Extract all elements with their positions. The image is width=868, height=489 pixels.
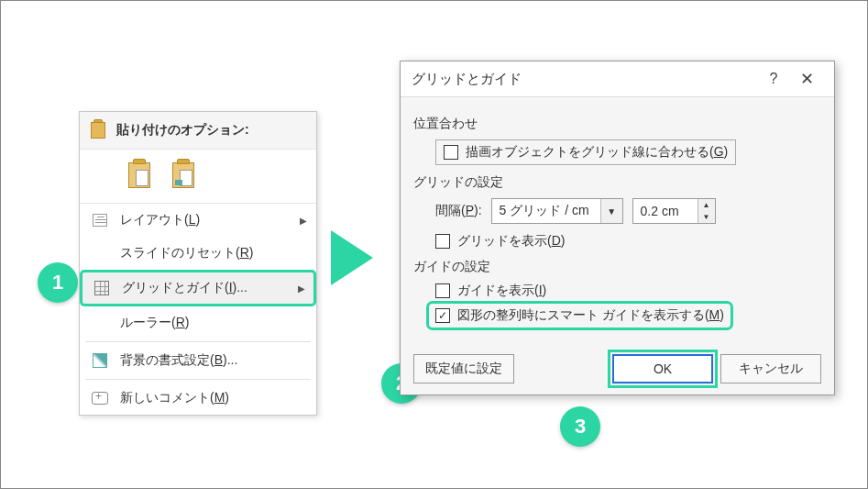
spin-down-icon[interactable]: ▼ bbox=[698, 211, 715, 223]
comment-icon bbox=[92, 392, 108, 405]
grid-spacing-row: 間隔(P): 5 グリッド / cm ▼ 0.2 cm ▲▼ bbox=[435, 198, 821, 224]
context-menu: 貼り付けのオプション: レイアウト(L) ▶ スライドのリセット(R) グリッド… bbox=[79, 111, 317, 416]
menu-item-new-comment[interactable]: 新しいコメント(M) bbox=[80, 382, 316, 415]
paste-options-row bbox=[80, 150, 316, 204]
callout-badge-1: 1 bbox=[38, 262, 78, 303]
grid-spacing-spin[interactable]: 0.2 cm ▲▼ bbox=[632, 198, 716, 224]
paste-keep-source-icon[interactable] bbox=[126, 159, 153, 192]
pointer-arrow-icon bbox=[331, 230, 373, 285]
section-guide-label: ガイドの設定 bbox=[413, 259, 821, 275]
menu-label: ルーラー(R) bbox=[120, 315, 307, 331]
checkbox-icon bbox=[444, 145, 458, 160]
section-grid-label: グリッドの設定 bbox=[413, 174, 821, 191]
grid-spacing-combo[interactable]: 5 グリッド / cm ▼ bbox=[491, 198, 623, 224]
menu-item-grid-and-guides[interactable]: グリッドとガイド(I)... ▶ bbox=[82, 272, 314, 305]
button-label: キャンセル bbox=[739, 361, 803, 377]
cancel-button[interactable]: キャンセル bbox=[720, 354, 821, 383]
checkbox-icon: ✓ bbox=[435, 308, 450, 323]
ok-button[interactable]: OK bbox=[612, 354, 713, 383]
menu-item-format-background[interactable]: 背景の書式設定(B)... bbox=[80, 344, 316, 377]
grid-and-guides-dialog: グリッドとガイド ? ✕ 位置合わせ 描画オブジェクトをグリッド線に合わせる(G… bbox=[400, 61, 835, 395]
dialog-titlebar: グリッドとガイド ? ✕ bbox=[401, 61, 834, 97]
clipboard-icon bbox=[89, 119, 107, 141]
grid-icon bbox=[94, 281, 109, 295]
checkbox-label: ガイドを表示(I) bbox=[457, 283, 546, 299]
checkbox-show-guide[interactable]: ガイドを表示(I) bbox=[435, 283, 821, 299]
close-button[interactable]: ✕ bbox=[790, 69, 823, 89]
chevron-down-icon: ▼ bbox=[600, 199, 622, 223]
layout-icon bbox=[93, 214, 107, 227]
dialog-body: 位置合わせ 描画オブジェクトをグリッド線に合わせる(G) グリッドの設定 間隔(… bbox=[401, 97, 834, 343]
badge-number: 1 bbox=[52, 271, 63, 295]
checkbox-icon bbox=[435, 234, 450, 249]
menu-label: グリッドとガイド(I)... bbox=[122, 280, 287, 296]
context-menu-title: 貼り付けのオプション: bbox=[116, 122, 249, 139]
spin-up-icon[interactable]: ▲ bbox=[698, 199, 715, 211]
spin-value: 0.2 cm bbox=[633, 204, 698, 218]
spacing-label: 間隔(P): bbox=[435, 203, 482, 219]
checkbox-show-grid[interactable]: グリッドを表示(D) bbox=[435, 233, 821, 250]
context-menu-header: 貼り付けのオプション: bbox=[80, 112, 316, 150]
checkbox-smart-guide-row: ✓ 図形の整列時にスマート ガイドを表示する(M) bbox=[430, 305, 821, 327]
dialog-footer: 既定値に設定 OK キャンセル bbox=[401, 343, 834, 395]
menu-item-ruler[interactable]: ルーラー(R) bbox=[80, 306, 316, 339]
checkbox-label: 描画オブジェクトをグリッド線に合わせる(G) bbox=[466, 144, 728, 161]
help-button[interactable]: ? bbox=[757, 71, 790, 87]
menu-label: レイアウト(L) bbox=[120, 212, 289, 228]
button-label: OK bbox=[654, 361, 672, 376]
checkbox-label: グリッドを表示(D) bbox=[457, 233, 565, 250]
paste-picture-icon[interactable] bbox=[170, 159, 197, 192]
menu-separator bbox=[85, 379, 311, 380]
format-background-icon bbox=[93, 353, 107, 368]
checkbox-label: 図形の整列時にスマート ガイドを表示する(M) bbox=[457, 307, 724, 324]
menu-label: 新しいコメント(M) bbox=[120, 390, 307, 406]
menu-item-layout[interactable]: レイアウト(L) ▶ bbox=[80, 204, 316, 237]
menu-item-reset-slide[interactable]: スライドのリセット(R) bbox=[80, 237, 316, 270]
callout-badge-3: 3 bbox=[560, 406, 600, 447]
section-align-label: 位置合わせ bbox=[413, 116, 821, 132]
menu-separator bbox=[85, 341, 311, 342]
chevron-right-icon: ▶ bbox=[300, 216, 307, 226]
combo-value: 5 グリッド / cm bbox=[492, 203, 600, 219]
checkbox-snap-to-grid[interactable]: 描画オブジェクトをグリッド線に合わせる(G) bbox=[435, 139, 736, 165]
menu-label: 背景の書式設定(B)... bbox=[120, 352, 307, 369]
chevron-right-icon: ▶ bbox=[298, 283, 305, 294]
menu-label: スライドのリセット(R) bbox=[120, 245, 307, 261]
set-default-button[interactable]: 既定値に設定 bbox=[413, 354, 514, 383]
checkbox-smart-guide[interactable]: ✓ 図形の整列時にスマート ガイドを表示する(M) bbox=[430, 305, 730, 327]
button-label: 既定値に設定 bbox=[425, 361, 502, 377]
checkbox-icon bbox=[435, 283, 450, 298]
dialog-title: グリッドとガイド bbox=[412, 71, 757, 88]
badge-number: 3 bbox=[575, 415, 586, 439]
